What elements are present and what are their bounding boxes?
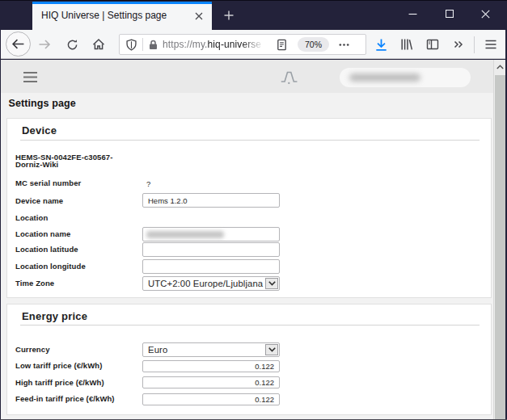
device-name-label: Device name	[15, 198, 143, 205]
energy-panel-title: Energy price	[22, 310, 87, 322]
toolbar-separator	[474, 36, 475, 53]
reload-icon	[66, 39, 78, 51]
sidebar-icon	[426, 38, 439, 51]
time-zone-select[interactable]: UTC+2:00 Europe/Ljubljana	[142, 276, 280, 291]
page-content: Settings page Device HEMS-SN-0042FE-c305…	[1, 60, 505, 419]
reader-mode-icon[interactable]	[276, 39, 288, 51]
tab-title: HIQ Universe | Settings page	[41, 10, 189, 21]
redacted-username	[349, 74, 420, 82]
mc-serial-value: ?	[146, 179, 150, 188]
redacted-location-name	[146, 231, 224, 238]
currency-label: Currency	[15, 346, 143, 354]
urlbar-separator	[142, 38, 143, 51]
close-window-button[interactable]	[467, 1, 504, 27]
library-icon	[400, 38, 413, 51]
minimize-icon	[408, 10, 417, 19]
sidebar-button[interactable]	[426, 38, 439, 51]
maximize-icon	[446, 10, 454, 18]
reload-button[interactable]	[65, 38, 78, 51]
home-icon	[92, 38, 105, 51]
low-tariff-label: Low tariff price (€/kWh)	[15, 363, 143, 370]
url-scheme: https://my.	[163, 39, 208, 50]
browser-tab[interactable]: HIQ Universe | Settings page	[32, 2, 212, 30]
home-button[interactable]	[92, 38, 105, 51]
page-actions-icon[interactable]	[338, 39, 350, 51]
url-domain: hiq-universe	[208, 39, 262, 50]
window-controls	[395, 1, 504, 27]
page-scrollbar[interactable]	[493, 60, 505, 419]
device-panel-title: Device	[22, 124, 57, 136]
page-area: Settings page Device HEMS-SN-0042FE-c305…	[1, 60, 493, 419]
download-icon	[374, 38, 388, 52]
scrollbar-up-button[interactable]	[494, 60, 505, 74]
browser-window: HIQ Universe | Settings page	[0, 0, 507, 420]
device-serial-label: HEMS-SN-0042FE-c30567-Dorniz-Wiki	[15, 154, 122, 168]
dropdown-arrow-icon	[268, 281, 276, 286]
shield-icon[interactable]	[125, 39, 137, 51]
dropdown-arrow-icon	[268, 347, 276, 352]
url-bar[interactable]: https://my.hiq-universe 70%	[119, 34, 366, 55]
device-name-input[interactable]	[142, 193, 280, 208]
overflow-chevron-icon	[453, 39, 464, 50]
zoom-level: 70%	[305, 40, 322, 49]
low-tariff-input[interactable]	[142, 360, 280, 372]
site-menu-icon[interactable]	[23, 71, 38, 83]
device-panel: Device HEMS-SN-0042FE-c30567-Dorniz-Wiki…	[6, 118, 492, 298]
location-name-label: Location name	[15, 231, 143, 238]
time-zone-label: Time Zone	[15, 280, 143, 288]
high-tariff-label: High tariff price (€/kWh)	[15, 380, 143, 387]
app-menu-button[interactable]	[484, 38, 497, 51]
location-name-input[interactable]	[142, 227, 280, 242]
new-tab-button[interactable]	[219, 6, 239, 25]
forward-button[interactable]	[38, 38, 51, 51]
mc-serial-label: MC serial number	[15, 180, 143, 187]
currency-dropdown-button[interactable]	[265, 344, 278, 355]
feedin-tariff-input[interactable]	[142, 393, 280, 405]
downloads-button[interactable]	[374, 38, 388, 52]
scroll-up-icon	[496, 65, 504, 69]
plus-icon	[223, 10, 234, 21]
maximize-button[interactable]	[431, 1, 467, 27]
close-icon	[481, 10, 490, 19]
currency-value: Euro	[148, 343, 167, 356]
energy-panel-divider	[20, 325, 480, 326]
location-latitude-input[interactable]	[142, 242, 280, 257]
overflow-button[interactable]	[453, 39, 464, 50]
active-tab-indicator	[32, 2, 212, 4]
feedin-tariff-label: Feed-in tariff price (€/kWh)	[15, 396, 143, 403]
scrollbar-thumb[interactable]	[495, 75, 505, 419]
forward-icon	[38, 38, 51, 51]
menu-icon	[484, 38, 497, 51]
location-longitude-input[interactable]	[142, 259, 280, 274]
tab-close-icon[interactable]	[192, 10, 205, 23]
back-icon	[11, 37, 25, 51]
url-text[interactable]: https://my.hiq-universe	[163, 39, 274, 50]
time-zone-dropdown-button[interactable]	[265, 278, 278, 289]
titlebar: HIQ Universe | Settings page	[0, 0, 507, 30]
zoom-indicator[interactable]: 70%	[298, 37, 329, 52]
energy-price-panel: Energy price Currency Euro Low tariff pr…	[6, 304, 492, 415]
lock-icon[interactable]	[148, 40, 158, 50]
device-panel-divider	[20, 140, 480, 141]
minimize-button[interactable]	[395, 1, 431, 27]
site-logo-icon[interactable]	[281, 71, 298, 85]
location-longitude-label: Location longitude	[15, 263, 143, 271]
location-latitude-label: Location latitude	[15, 246, 143, 254]
currency-select[interactable]: Euro	[142, 342, 280, 357]
site-header	[1, 60, 493, 93]
library-button[interactable]	[400, 38, 413, 51]
location-group-label: Location	[15, 215, 143, 222]
time-zone-value: UTC+2:00 Europe/Ljubljana	[148, 277, 263, 290]
high-tariff-input[interactable]	[142, 376, 280, 388]
back-button[interactable]	[6, 32, 31, 57]
navigation-toolbar: https://my.hiq-universe 70%	[1, 30, 505, 59]
user-account-pill[interactable]	[340, 68, 471, 87]
page-title: Settings page	[9, 98, 76, 109]
